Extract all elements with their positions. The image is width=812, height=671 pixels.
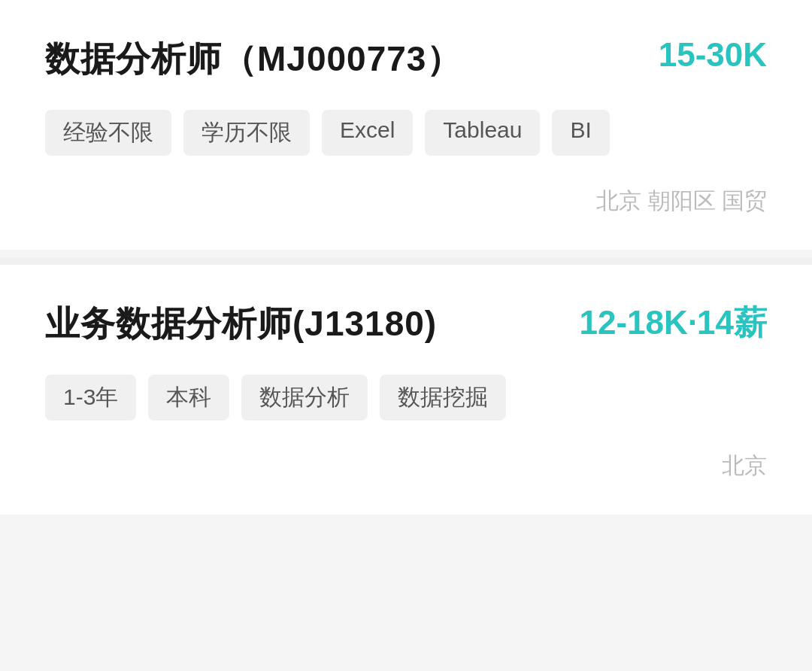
tag-education-2: 本科 [148,375,229,421]
job-header-2: 业务数据分析师(J13180) 12-18K·14薪 [45,301,767,348]
job-header-1: 数据分析师（MJ000773） 15-30K [45,36,767,83]
tag-skill-data-analysis-2: 数据分析 [241,375,368,421]
job-tags-2: 1-3年 本科 数据分析 数据挖掘 [45,375,767,421]
card-divider [0,257,812,265]
tag-education-1: 学历不限 [183,110,310,156]
tag-skill-bi-1: BI [552,110,609,156]
tag-experience-2: 1-3年 [45,375,136,421]
job-location-2: 北京 [45,451,767,481]
tag-skill-tableau-1: Tableau [425,110,540,156]
tag-experience-1: 经验不限 [45,110,171,156]
job-card-1[interactable]: 数据分析师（MJ000773） 15-30K 经验不限 学历不限 Excel T… [0,0,812,250]
job-salary-2: 12-18K·14薪 [580,301,767,345]
job-card-2[interactable]: 业务数据分析师(J13180) 12-18K·14薪 1-3年 本科 数据分析 … [0,265,812,515]
job-location-1: 北京 朝阳区 国贸 [45,186,767,217]
tag-skill-data-mining-2: 数据挖掘 [380,375,506,421]
job-title-2[interactable]: 业务数据分析师(J13180) [45,301,437,348]
job-title-1[interactable]: 数据分析师（MJ000773） [45,36,462,83]
tag-skill-excel-1: Excel [322,110,413,156]
job-salary-1: 15-30K [659,36,767,74]
job-list: 数据分析师（MJ000773） 15-30K 经验不限 学历不限 Excel T… [0,0,812,515]
job-tags-1: 经验不限 学历不限 Excel Tableau BI [45,110,767,156]
